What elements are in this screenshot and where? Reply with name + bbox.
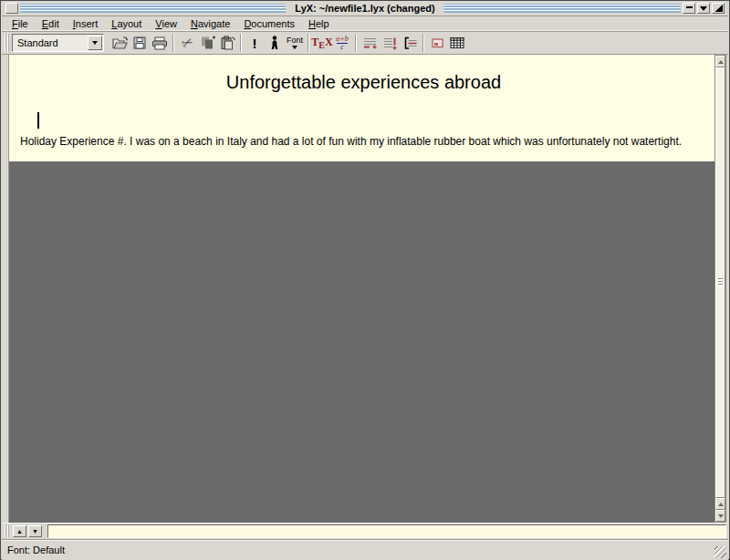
window-menu-button[interactable]	[5, 3, 18, 14]
history-up-button[interactable]: ▲	[13, 525, 26, 537]
menubar: File Edit Insert Layout View Navigate Do…	[2, 16, 728, 31]
scroll-down-button[interactable]	[715, 510, 725, 522]
triangle-down-icon	[700, 6, 707, 11]
work-area-frame: Unforgettable experiences abroad Holiday…	[2, 55, 728, 523]
toolbar-grip[interactable]	[5, 34, 9, 52]
scrollbar-thumb[interactable]	[715, 67, 725, 498]
noun-style-button[interactable]	[265, 33, 285, 53]
print-button[interactable]	[150, 33, 170, 53]
open-document-icon	[111, 35, 129, 51]
work-area[interactable]: Unforgettable experiences abroad Holiday…	[8, 55, 718, 523]
insert-marginnote-icon	[381, 35, 399, 51]
chevron-down-icon	[292, 46, 297, 49]
insert-table-button[interactable]	[447, 33, 467, 53]
menu-file[interactable]: File	[9, 17, 31, 30]
toolbar-separator	[308, 34, 309, 52]
menu-documents[interactable]: Documents	[241, 17, 297, 30]
window-title: LyX: ~/newfile1.lyx (changed)	[286, 2, 443, 16]
change-depth-button[interactable]	[400, 33, 420, 53]
insert-figure-icon	[430, 36, 445, 50]
print-icon	[151, 35, 169, 51]
resize-grip[interactable]	[714, 546, 726, 558]
minibuffer-grip[interactable]	[5, 525, 9, 537]
noun-person-icon	[267, 35, 282, 51]
minimize-icon	[686, 6, 693, 8]
paragraph-style-value: Standard	[13, 37, 88, 48]
paragraph-style-combo[interactable]: Standard	[12, 34, 104, 52]
combo-dropdown-button[interactable]	[88, 36, 102, 50]
cut-button[interactable]: ✂	[177, 33, 197, 53]
copy-icon	[199, 35, 216, 51]
toolbar-separator	[240, 34, 242, 52]
insert-marginnote-button[interactable]	[380, 33, 400, 53]
scissors-icon: ✂	[178, 33, 195, 53]
minimize-button[interactable]	[683, 3, 695, 14]
insert-table-icon	[449, 36, 465, 50]
menu-navigate[interactable]: Navigate	[188, 17, 233, 30]
minibuffer-bar: ▲ ▼	[2, 523, 728, 539]
tex-mode-icon: TEX	[311, 36, 332, 50]
document-paragraph[interactable]: Holiday Experience #. I was on a beach i…	[20, 135, 709, 148]
toolbar: Standard	[2, 31, 728, 55]
insert-figure-button[interactable]	[427, 33, 447, 53]
history-down-button[interactable]: ▼	[28, 525, 42, 537]
toolbar-separator	[355, 34, 357, 52]
lyx-window: LyX: ~/newfile1.lyx (changed) File Edit …	[0, 0, 730, 560]
menu-help[interactable]: Help	[306, 17, 332, 30]
emphasis-icon: !	[253, 36, 257, 51]
insert-footnote-button[interactable]	[360, 33, 380, 53]
statusbar: Font: Default	[2, 539, 728, 560]
paste-button[interactable]	[217, 33, 237, 53]
save-document-button[interactable]	[130, 33, 150, 53]
save-document-icon	[131, 35, 148, 51]
toolbar-separator	[172, 34, 174, 52]
open-document-button[interactable]	[110, 33, 130, 53]
minibuffer-input[interactable]	[47, 524, 726, 538]
copy-button[interactable]	[197, 33, 217, 53]
chevron-down-icon	[92, 41, 98, 45]
arrow-down-icon	[718, 514, 724, 518]
scroll-up-button[interactable]	[715, 56, 725, 67]
resize-button[interactable]	[712, 3, 725, 14]
vertical-scrollbar[interactable]	[714, 55, 726, 523]
maximize-button[interactable]	[697, 3, 710, 14]
scrollbar-grip-icon	[718, 278, 723, 286]
math-mode-icon: a+b c	[334, 36, 349, 51]
math-mode-button[interactable]: a+b c	[332, 33, 352, 53]
menu-layout[interactable]: Layout	[109, 17, 144, 30]
arrow-up-icon	[718, 503, 724, 506]
menu-insert[interactable]: Insert	[70, 17, 101, 30]
statusbar-message: Font: Default	[7, 544, 65, 555]
font-icon: Font	[287, 36, 303, 49]
font-button[interactable]: Font	[285, 33, 305, 53]
titlebar[interactable]: LyX: ~/newfile1.lyx (changed)	[2, 1, 728, 16]
scroll-up-button-bottom[interactable]	[715, 498, 725, 510]
diagonal-resize-icon	[714, 5, 723, 12]
emphasis-button[interactable]: !	[245, 33, 265, 53]
text-cursor	[37, 112, 39, 129]
change-depth-icon	[402, 35, 419, 51]
document-title[interactable]: Unforgettable experiences abroad	[9, 72, 718, 93]
menu-edit[interactable]: Edit	[39, 17, 62, 30]
insert-footnote-icon	[361, 35, 379, 51]
arrow-up-icon	[718, 60, 724, 64]
menu-view[interactable]: View	[152, 17, 180, 30]
document-page[interactable]: Unforgettable experiences abroad Holiday…	[9, 55, 718, 161]
toolbar-separator	[422, 34, 424, 52]
tex-mode-button[interactable]: TEX	[312, 33, 332, 53]
paste-icon	[219, 35, 236, 51]
